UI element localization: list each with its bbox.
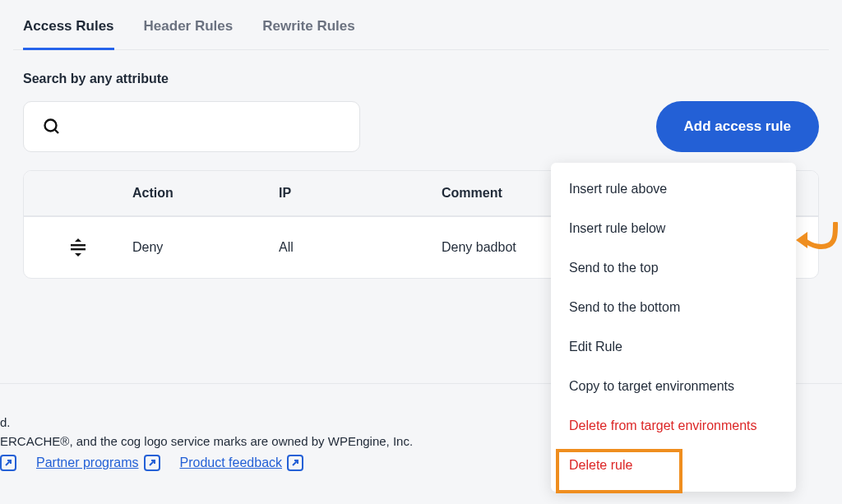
menu-delete-target[interactable]: Delete from target environments xyxy=(551,406,796,446)
add-access-rule-button[interactable]: Add access rule xyxy=(656,101,819,152)
external-link-icon xyxy=(287,455,303,471)
search-label: Search by any attribute xyxy=(23,72,819,86)
menu-insert-below[interactable]: Insert rule below xyxy=(551,209,796,248)
tabs-bar: Access Rules Header Rules Rewrite Rules xyxy=(13,0,829,50)
annotation-arrow xyxy=(796,222,839,260)
svg-marker-5 xyxy=(75,253,81,257)
menu-copy-target[interactable]: Copy to target environments xyxy=(551,367,796,406)
external-link-icon xyxy=(144,455,160,471)
external-link-icon xyxy=(0,455,16,471)
svg-rect-3 xyxy=(71,244,86,246)
search-input-wrapper[interactable] xyxy=(23,101,360,152)
menu-edit-rule[interactable]: Edit Rule xyxy=(551,327,796,367)
svg-point-0 xyxy=(45,120,57,132)
menu-send-top[interactable]: Send to the top xyxy=(551,248,796,288)
tab-rewrite-rules[interactable]: Rewrite Rules xyxy=(262,0,354,50)
reorder-icon xyxy=(68,238,88,257)
svg-marker-6 xyxy=(796,232,807,248)
product-feedback-label: Product feedback xyxy=(180,455,283,470)
menu-insert-above[interactable]: Insert rule above xyxy=(551,169,796,209)
tab-access-rules[interactable]: Access Rules xyxy=(23,0,114,50)
tab-header-rules[interactable]: Header Rules xyxy=(144,0,234,50)
column-header-action: Action xyxy=(132,186,279,201)
svg-marker-2 xyxy=(75,238,81,242)
row-context-menu: Insert rule above Insert rule below Send… xyxy=(551,163,796,492)
search-input[interactable] xyxy=(72,119,341,134)
menu-send-bottom[interactable]: Send to the bottom xyxy=(551,288,796,327)
drag-handle[interactable] xyxy=(24,238,132,257)
cell-action: Deny xyxy=(132,240,279,255)
partner-programs-label: Partner programs xyxy=(36,455,139,470)
menu-delete-rule[interactable]: Delete rule xyxy=(551,446,796,485)
search-icon xyxy=(42,117,62,136)
svg-line-1 xyxy=(55,130,59,134)
cell-ip: All xyxy=(279,240,442,255)
svg-rect-4 xyxy=(71,248,86,250)
column-header-ip: IP xyxy=(279,186,442,201)
partner-programs-link[interactable]: Partner programs xyxy=(36,455,160,471)
product-feedback-link[interactable]: Product feedback xyxy=(180,455,304,471)
